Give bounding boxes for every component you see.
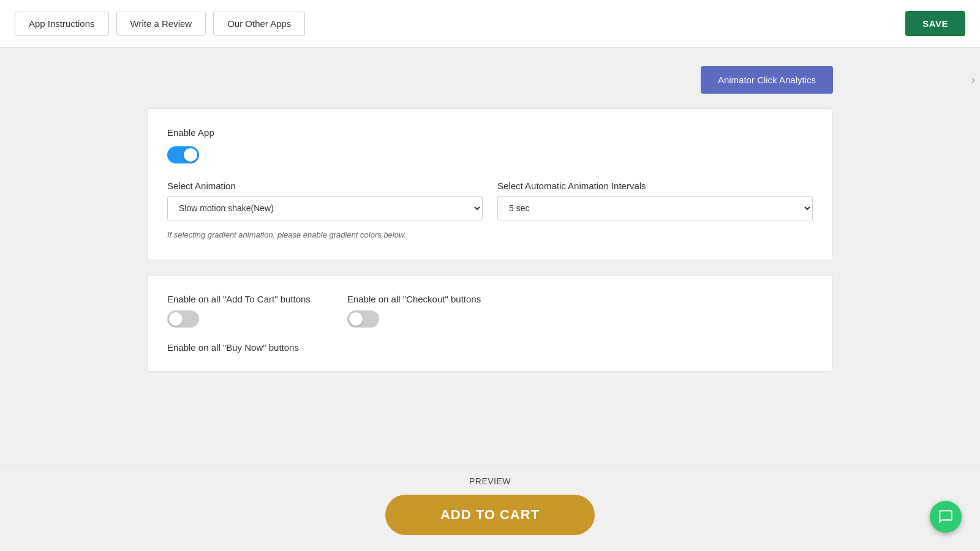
helper-text: If selecting gradient animation, please … [167, 229, 813, 241]
analytics-button[interactable]: Animator Click Analytics [701, 66, 833, 94]
buttons-card: Enable on all "Add To Cart" buttons Enab… [147, 275, 833, 372]
select-row: Select Animation Slow motion shake(New) … [167, 181, 813, 220]
chat-bubble-button[interactable] [930, 501, 962, 533]
checkout-toggle-group: Enable on all "Checkout" buttons [347, 294, 481, 328]
preview-label: PREVIEW [469, 476, 511, 486]
nav-buttons-group: App Instructions Write a Review Our Othe… [15, 12, 305, 36]
add-to-cart-slider [167, 310, 199, 328]
preview-section: PREVIEW ADD TO CART [0, 465, 980, 550]
scroll-arrow: › [971, 73, 975, 86]
animation-select[interactable]: Slow motion shake(New) Bounce Pulse Shak… [167, 196, 483, 220]
checkout-toggle[interactable] [347, 310, 379, 328]
write-review-button[interactable]: Write a Review [116, 12, 206, 36]
app-instructions-button[interactable]: App Instructions [15, 12, 109, 36]
checkout-knob [349, 312, 363, 326]
add-to-cart-preview-button[interactable]: ADD TO CART [385, 495, 595, 535]
animation-select-group: Select Animation Slow motion shake(New) … [167, 181, 483, 220]
add-to-cart-toggle-group: Enable on all "Add To Cart" buttons [167, 294, 311, 328]
animation-select-label: Select Animation [167, 181, 483, 191]
enable-app-toggle-container [167, 146, 813, 163]
enable-app-label: Enable App [167, 127, 813, 138]
interval-select-group: Select Automatic Animation Intervals 1 s… [497, 181, 813, 220]
save-button[interactable]: SAVE [905, 11, 965, 36]
checkout-slider [347, 310, 379, 328]
interval-select[interactable]: 1 sec 2 sec 3 sec 5 sec 10 sec [497, 196, 813, 220]
buttons-grid: Enable on all "Add To Cart" buttons Enab… [167, 294, 813, 328]
toggle-slider [167, 146, 199, 163]
add-to-cart-knob [169, 312, 183, 326]
checkout-toggle-label: Enable on all "Checkout" buttons [347, 294, 481, 304]
toggle-knob [184, 148, 197, 162]
add-to-cart-toggle-label: Enable on all "Add To Cart" buttons [167, 294, 311, 304]
chat-icon [938, 509, 954, 525]
add-to-cart-toggle[interactable] [167, 310, 199, 328]
buy-now-toggle-label: Enable on all "Buy Now" buttons [167, 342, 813, 353]
top-navigation: App Instructions Write a Review Our Othe… [0, 0, 980, 48]
main-content: Animator Click Analytics Enable App Sele… [0, 48, 980, 550]
analytics-section: Animator Click Analytics [0, 66, 980, 94]
enable-app-toggle[interactable] [167, 146, 199, 163]
interval-select-label: Select Automatic Animation Intervals [497, 181, 813, 191]
our-other-apps-button[interactable]: Our Other Apps [213, 12, 305, 36]
enable-app-card: Enable App Select Animation Slow motion … [147, 108, 833, 260]
